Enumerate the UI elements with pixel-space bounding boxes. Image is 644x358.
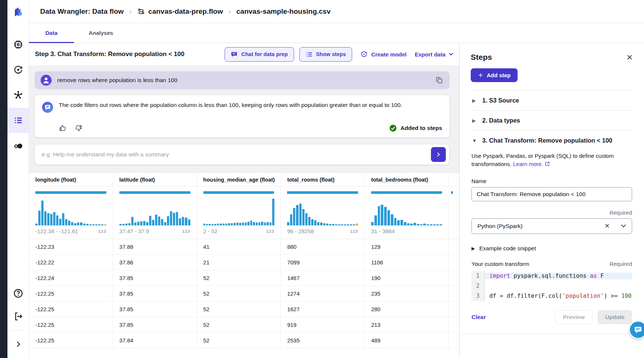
column-header-total_bedrooms[interactable]: total_bedrooms (float)	[365, 173, 449, 186]
export-data-label: Export data	[415, 51, 445, 58]
transform-description: Use Pyspark, Pandas, or Pyspark (SQL) to…	[471, 152, 631, 168]
histogram-bar	[420, 224, 423, 225]
tab-data[interactable]: Data	[29, 23, 74, 43]
language-select[interactable]: Python (PySpark) ✕	[471, 218, 632, 234]
two-circles-icon	[13, 140, 23, 151]
histogram-bar	[92, 224, 94, 225]
show-steps-button[interactable]: Show steps	[299, 47, 352, 62]
export-data-button[interactable]: Export data	[415, 51, 453, 58]
column-range-row: 2 - 52123	[203, 228, 274, 234]
thumbs-up-icon[interactable]	[59, 124, 67, 132]
histogram-bar	[236, 222, 238, 225]
code-token: 100	[621, 293, 632, 299]
code-editor[interactable]: 1import pyspark.sql.functions as F23df =…	[471, 271, 632, 301]
learn-more-link[interactable]: Learn more.	[513, 161, 543, 167]
sidebar-item-compute[interactable]	[7, 32, 29, 57]
floating-chat-button[interactable]	[629, 321, 644, 339]
histogram-bar	[267, 222, 268, 225]
create-model-button[interactable]: Create model	[360, 51, 406, 58]
step-item-2[interactable]: ▶ 2. Data types	[471, 110, 633, 130]
transform-name-input[interactable]	[471, 187, 632, 201]
column-header-longitude[interactable]: longitude (float)	[29, 173, 113, 186]
custom-transform-header: Your custom transform Required	[471, 261, 632, 267]
histogram-bar	[50, 214, 52, 225]
histogram-bar	[164, 222, 166, 225]
code-token: 'population'	[562, 293, 604, 299]
sidebar-item-models[interactable]	[7, 82, 29, 108]
table-cell-total_rooms: 2535	[281, 333, 365, 348]
breadcrumb-flow-file[interactable]: canvas-data-prep.flow	[148, 7, 223, 16]
plus-icon	[478, 72, 483, 78]
sagemaker-canvas-logo[interactable]	[7, 0, 29, 23]
table-cell-total_bedrooms: 1106	[365, 255, 449, 270]
table-cell-longitude: -122.25	[29, 302, 113, 317]
histogram-selection-bar	[119, 191, 190, 194]
table-cell-total_rooms: 7099	[281, 255, 365, 270]
table-cell-longitude: -122.25	[29, 286, 113, 302]
external-link-icon[interactable]	[545, 161, 550, 166]
histogram-bar	[270, 222, 271, 225]
step-item-1[interactable]: ▶ 1. S3 Source	[471, 90, 633, 110]
column-range: -122.34 - -121.61	[35, 228, 78, 234]
sidebar-item-datasets[interactable]	[7, 133, 29, 158]
column-header-total_rooms[interactable]: total_rooms (float)	[281, 173, 365, 186]
table-cell-latitude: 37.88	[113, 239, 197, 255]
table-cell-partial	[449, 317, 459, 333]
histogram-bar	[397, 220, 400, 225]
copy-icon[interactable]	[435, 76, 444, 84]
table-cell-longitude: -122.25	[29, 333, 113, 348]
histogram-bar	[161, 219, 163, 225]
histogram-bars	[287, 197, 358, 225]
send-button[interactable]	[431, 147, 446, 162]
histogram-bar	[225, 224, 227, 225]
column-header-latitude[interactable]: latitude (float)	[113, 173, 197, 186]
sidebar-item-help[interactable]	[7, 282, 29, 305]
histogram-bar	[140, 221, 142, 225]
histogram-bar	[413, 223, 416, 225]
chat-input[interactable]	[42, 151, 431, 158]
column-header-housing_median_age[interactable]: housing_median_age (float)	[197, 173, 281, 186]
line-number: 2	[471, 281, 485, 291]
histogram-bar	[152, 220, 154, 225]
sidebar-collapse-toggle[interactable]	[7, 333, 29, 356]
histogram-bar	[317, 222, 319, 225]
sidebar-item-data-wrangler[interactable]	[7, 108, 29, 133]
histogram-bar	[83, 224, 86, 225]
sidebar-item-logout[interactable]	[7, 305, 29, 328]
histogram-bar	[119, 224, 122, 225]
table-cell-housing_median_age: 21	[197, 255, 281, 270]
histogram-bar	[86, 224, 88, 225]
assistant-message-text: The code filters out rows where the popu…	[59, 102, 442, 108]
table-cell-total_bedrooms: 213	[365, 317, 449, 333]
line-number: 3	[471, 291, 485, 301]
table-cell-housing_median_age: 52	[197, 302, 281, 317]
histogram-bar	[68, 221, 70, 225]
thumbs-down-icon[interactable]	[74, 124, 83, 132]
tab-analyses[interactable]: Analyses	[81, 23, 122, 43]
code-content[interactable]: import pyspark.sql.functions as F	[485, 273, 632, 279]
histogram-bar	[101, 224, 103, 225]
chat-for-data-prep-button[interactable]: Chat for data prep	[225, 47, 294, 62]
add-step-button[interactable]: Add step	[471, 68, 518, 82]
histogram-bar	[212, 224, 213, 225]
sidebar-item-automations[interactable]	[7, 57, 29, 82]
histogram-bar	[394, 218, 397, 225]
table-cell-housing_median_age: 52	[197, 317, 281, 333]
histogram-bar	[407, 223, 410, 225]
chat-input-bar	[35, 144, 450, 165]
breadcrumb-root[interactable]: Data Wrangler: Data flow	[40, 7, 124, 16]
histogram-bar	[423, 224, 426, 225]
code-content[interactable]: df = df.filter(F.col('population') >= 10…	[485, 293, 632, 299]
frame: Data Wrangler: Data flow › canvas-data-p…	[29, 0, 644, 358]
example-code-toggle[interactable]: ▶ Example code snippet	[471, 245, 632, 252]
clear-button[interactable]: Clear	[471, 314, 486, 320]
histogram-bar	[404, 222, 406, 225]
clear-selection-icon[interactable]: ✕	[605, 222, 610, 230]
table-cell-partial	[449, 255, 459, 270]
step-item-3[interactable]: ▼ 3. Chat Transform: Remove population <…	[471, 130, 633, 150]
preview-button[interactable]: Preview	[555, 310, 593, 324]
close-icon[interactable]: ✕	[626, 53, 633, 61]
chevron-down-icon[interactable]	[621, 224, 626, 228]
update-button[interactable]: Update	[598, 310, 632, 324]
histogram-bar	[353, 224, 355, 225]
